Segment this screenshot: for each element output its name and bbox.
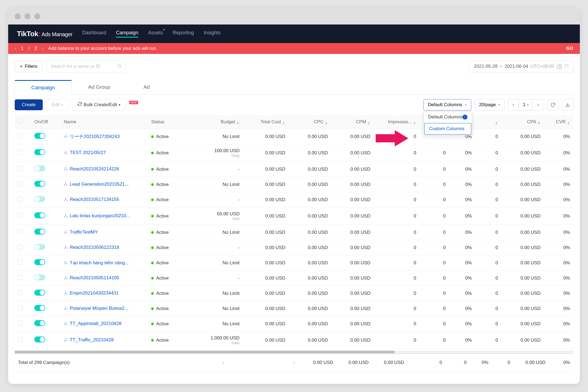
columns-option-custom[interactable]: Custom Columns (424, 123, 471, 134)
row-checkbox[interactable] (18, 244, 23, 249)
page-number[interactable]: 1 ▾ (519, 99, 533, 111)
filters-button[interactable]: + Filters (15, 61, 42, 72)
campaign-link[interactable]: Potansiyel Müşteri Bulma2... (64, 306, 128, 311)
create-button[interactable]: Create (15, 99, 43, 110)
status-toggle[interactable] (34, 320, 45, 326)
page-prev-button[interactable]: ‹ (508, 99, 519, 111)
scroll-thumb[interactable] (15, 351, 394, 353)
col-header[interactable]: CPC▲▼ (289, 115, 331, 129)
columns-label: Default Columns (428, 102, 462, 108)
status-dot-icon (151, 292, 154, 295)
horizontal-scrollbar[interactable] (15, 351, 573, 353)
date-range-picker[interactable]: 2021-05-28 ~ 2021-06-04 UTC+08:00 🕒 (469, 60, 573, 72)
edit-button[interactable]: Edit ▾ (46, 99, 69, 111)
svg-rect-2 (565, 64, 568, 68)
nav-item-reporting[interactable]: Reporting (173, 30, 194, 38)
page-next-button[interactable]: › (532, 99, 544, 111)
svg-rect-14 (64, 170, 65, 170)
status-toggle[interactable] (34, 290, 45, 296)
status-toggle[interactable] (34, 181, 45, 187)
nav-item-insights[interactable]: Insights (204, 30, 220, 38)
col-header[interactable]: Impressio...▲▼ (374, 115, 419, 129)
columns-option-default[interactable]: Default Columns ✓ (424, 112, 472, 122)
status-toggle[interactable] (34, 244, 45, 250)
status-toggle[interactable] (34, 133, 45, 139)
status-dot-icon (151, 183, 154, 186)
hierarchy-icon (64, 167, 68, 171)
status-dot-icon (151, 339, 154, 342)
tab-ad-group[interactable]: Ad Group (72, 80, 127, 94)
status-toggle[interactable] (34, 212, 45, 218)
campaign-link[interactable]: リーチ20210527204243 (64, 133, 120, 140)
status-toggle[interactable] (34, 274, 45, 280)
row-checkbox[interactable] (18, 213, 23, 218)
select-all-checkbox[interactable] (18, 119, 23, 124)
alert-sep: / (28, 46, 30, 51)
alert-prev-icon[interactable]: ‹ (15, 46, 16, 51)
traffic-light-min[interactable] (24, 13, 30, 19)
row-checkbox[interactable] (18, 150, 23, 155)
columns-select[interactable]: Default Columns ▾ Default Columns ✓ Cust… (423, 99, 471, 111)
tab-ad[interactable]: Ad (127, 80, 166, 94)
campaign-link[interactable]: TT_AppInstall_20210428 (64, 321, 121, 326)
campaign-link[interactable]: Tạo khách hàng tiềm năng... (64, 260, 129, 266)
row-checkbox[interactable] (18, 197, 23, 201)
status-toggle[interactable] (34, 305, 45, 311)
row-checkbox[interactable] (18, 275, 23, 280)
tab-campaign[interactable]: Campaign (15, 80, 72, 94)
campaign-link[interactable]: TT_Traffic_20210428 (64, 337, 114, 343)
alert-next-icon[interactable]: › (42, 46, 43, 51)
table-row: TT_AppInstall_20210428ActiveNo Limit0.00… (15, 316, 573, 332)
nav-item-campaign[interactable]: Campaign (116, 30, 138, 38)
status-toggle[interactable] (34, 336, 45, 342)
search-input-wrapper[interactable] (47, 60, 126, 72)
nav-item-assets[interactable]: Assets (148, 30, 163, 38)
row-checkbox[interactable] (18, 260, 23, 265)
page-size-select[interactable]: 20/page ▾ (474, 99, 505, 111)
bulk-create-button[interactable]: Bulk Create/Edit ▾ (72, 99, 126, 111)
svg-point-0 (118, 64, 121, 67)
row-checkbox[interactable] (18, 305, 23, 310)
status-toggle[interactable] (34, 229, 45, 235)
alert-go[interactable]: GO (566, 46, 573, 51)
campaign-link[interactable]: Reach20210506122318 (64, 245, 119, 250)
search-input[interactable] (51, 64, 117, 69)
campaign-table: On/OffNameStatusBudget▲▼Total Cost▲▼CPC▲… (15, 115, 573, 349)
campaign-link[interactable]: TEST 2021/05/27 (64, 150, 106, 155)
traffic-light-max[interactable] (34, 13, 40, 19)
svg-rect-22 (65, 214, 66, 215)
svg-rect-8 (64, 137, 65, 138)
col-header[interactable]: CVR▲▼ (544, 115, 573, 129)
col-header[interactable]: CPA▲▼ (501, 115, 544, 129)
svg-rect-32 (64, 263, 65, 264)
col-header[interactable]: CPM▲▼ (331, 115, 373, 129)
table-row: Reach20210505114105Active-0.00 USD0.00 U… (15, 271, 573, 286)
status-toggle[interactable] (34, 166, 45, 171)
row-checkbox[interactable] (18, 290, 23, 295)
col-header[interactable]: Total Cost▲▼ (243, 115, 289, 129)
campaign-link[interactable]: Reach20210517134155 (64, 197, 119, 202)
row-checkbox[interactable] (18, 166, 23, 171)
status-toggle[interactable] (34, 149, 45, 155)
row-checkbox[interactable] (18, 181, 23, 186)
campaign-link[interactable]: TrafficTestMY (64, 229, 98, 235)
campaign-link[interactable]: Lalu lintas kunjungan20210... (64, 213, 130, 219)
date-from: 2021-05-28 (474, 64, 498, 69)
row-checkbox[interactable] (18, 337, 23, 342)
col-header[interactable]: Budget▲▼ (194, 115, 243, 129)
export-button[interactable] (562, 99, 573, 111)
status-toggle[interactable] (34, 196, 45, 202)
traffic-light-close[interactable] (15, 13, 21, 19)
refresh-button[interactable] (547, 99, 559, 111)
nav-item-dashboard[interactable]: Dashboard (82, 30, 106, 38)
campaign-link[interactable]: Lead Generation20210521... (64, 182, 128, 187)
row-checkbox[interactable] (18, 321, 23, 326)
col-header[interactable]: ▲▼ (475, 115, 501, 129)
campaign-link[interactable]: Reach20210505114105 (64, 275, 119, 281)
campaign-link[interactable]: Reach20210524214226 (64, 166, 119, 172)
status-toggle[interactable] (34, 259, 45, 265)
row-checkbox[interactable] (18, 229, 23, 234)
chevron-down-icon: ▾ (498, 103, 500, 107)
row-checkbox[interactable] (18, 133, 23, 138)
campaign-link[interactable]: Erişim20210430234431 (64, 290, 119, 296)
